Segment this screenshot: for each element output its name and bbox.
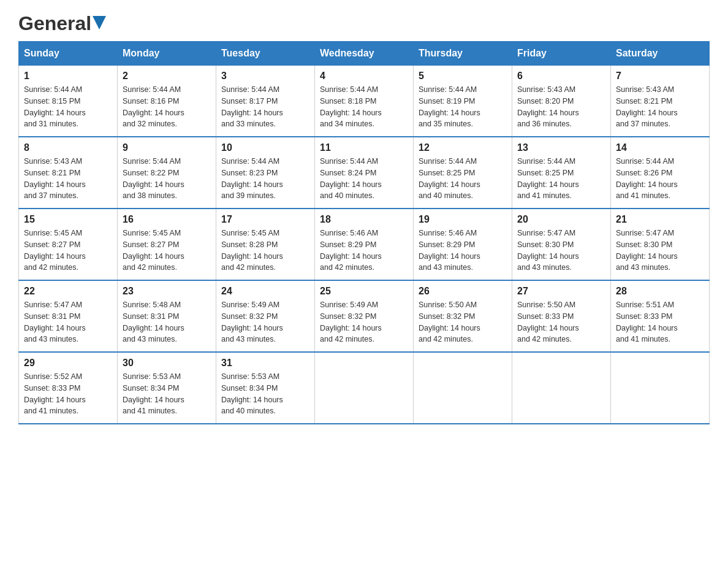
day-info: Sunrise: 5:52 AM Sunset: 8:33 PM Dayligh… (24, 371, 112, 417)
day-info: Sunrise: 5:44 AM Sunset: 8:19 PM Dayligh… (419, 84, 507, 130)
calendar-header-row: SundayMondayTuesdayWednesdayThursdayFrid… (19, 42, 710, 66)
day-number: 1 (24, 71, 112, 82)
calendar-week-row: 8 Sunrise: 5:43 AM Sunset: 8:21 PM Dayli… (19, 137, 710, 209)
day-number: 29 (24, 358, 112, 369)
day-info: Sunrise: 5:47 AM Sunset: 8:31 PM Dayligh… (24, 299, 112, 345)
calendar-cell: 14 Sunrise: 5:44 AM Sunset: 8:26 PM Dayl… (611, 137, 710, 209)
calendar-cell (414, 352, 512, 424)
day-info: Sunrise: 5:50 AM Sunset: 8:32 PM Dayligh… (419, 299, 507, 345)
calendar-table: SundayMondayTuesdayWednesdayThursdayFrid… (18, 41, 710, 424)
calendar-col-wednesday: Wednesday (315, 42, 414, 66)
day-number: 8 (24, 142, 112, 153)
calendar-cell: 29 Sunrise: 5:52 AM Sunset: 8:33 PM Dayl… (19, 352, 118, 424)
calendar-cell: 24 Sunrise: 5:49 AM Sunset: 8:32 PM Dayl… (216, 280, 315, 352)
day-info: Sunrise: 5:44 AM Sunset: 8:22 PM Dayligh… (123, 156, 211, 202)
logo: General (18, 12, 106, 35)
day-number: 26 (419, 286, 507, 297)
day-info: Sunrise: 5:44 AM Sunset: 8:24 PM Dayligh… (320, 156, 408, 202)
day-info: Sunrise: 5:43 AM Sunset: 8:20 PM Dayligh… (517, 84, 605, 130)
calendar-cell: 17 Sunrise: 5:45 AM Sunset: 8:28 PM Dayl… (216, 209, 315, 280)
calendar-cell: 25 Sunrise: 5:49 AM Sunset: 8:32 PM Dayl… (315, 280, 414, 352)
day-number: 9 (123, 142, 211, 153)
day-info: Sunrise: 5:45 AM Sunset: 8:27 PM Dayligh… (24, 228, 112, 274)
day-info: Sunrise: 5:45 AM Sunset: 8:27 PM Dayligh… (123, 228, 211, 274)
svg-marker-0 (93, 16, 106, 29)
day-info: Sunrise: 5:50 AM Sunset: 8:33 PM Dayligh… (517, 299, 605, 345)
day-number: 30 (123, 358, 211, 369)
day-number: 4 (320, 71, 408, 82)
day-info: Sunrise: 5:44 AM Sunset: 8:18 PM Dayligh… (320, 84, 408, 130)
day-info: Sunrise: 5:53 AM Sunset: 8:34 PM Dayligh… (221, 371, 309, 417)
day-number: 11 (320, 142, 408, 153)
calendar-cell: 9 Sunrise: 5:44 AM Sunset: 8:22 PM Dayli… (118, 137, 216, 209)
day-info: Sunrise: 5:53 AM Sunset: 8:34 PM Dayligh… (123, 371, 211, 417)
calendar-cell (315, 352, 414, 424)
calendar-cell: 16 Sunrise: 5:45 AM Sunset: 8:27 PM Dayl… (118, 209, 216, 280)
day-info: Sunrise: 5:44 AM Sunset: 8:25 PM Dayligh… (517, 156, 605, 202)
day-number: 23 (123, 286, 211, 297)
calendar-cell: 6 Sunrise: 5:43 AM Sunset: 8:20 PM Dayli… (512, 66, 611, 137)
calendar-cell: 2 Sunrise: 5:44 AM Sunset: 8:16 PM Dayli… (118, 66, 216, 137)
logo-text-general: General (18, 12, 91, 35)
day-number: 24 (221, 286, 309, 297)
day-info: Sunrise: 5:47 AM Sunset: 8:30 PM Dayligh… (616, 228, 704, 274)
calendar-cell: 12 Sunrise: 5:44 AM Sunset: 8:25 PM Dayl… (414, 137, 512, 209)
calendar-cell: 11 Sunrise: 5:44 AM Sunset: 8:24 PM Dayl… (315, 137, 414, 209)
calendar-cell: 13 Sunrise: 5:44 AM Sunset: 8:25 PM Dayl… (512, 137, 611, 209)
calendar-cell: 8 Sunrise: 5:43 AM Sunset: 8:21 PM Dayli… (19, 137, 118, 209)
day-number: 12 (419, 142, 507, 153)
day-number: 21 (616, 214, 704, 225)
day-number: 27 (517, 286, 605, 297)
calendar-cell: 20 Sunrise: 5:47 AM Sunset: 8:30 PM Dayl… (512, 209, 611, 280)
day-info: Sunrise: 5:44 AM Sunset: 8:26 PM Dayligh… (616, 156, 704, 202)
day-info: Sunrise: 5:47 AM Sunset: 8:30 PM Dayligh… (517, 228, 605, 274)
day-info: Sunrise: 5:44 AM Sunset: 8:15 PM Dayligh… (24, 84, 112, 130)
logo-arrow-icon (93, 16, 106, 29)
day-number: 13 (517, 142, 605, 153)
day-info: Sunrise: 5:44 AM Sunset: 8:23 PM Dayligh… (221, 156, 309, 202)
calendar-cell (611, 352, 710, 424)
calendar-cell: 19 Sunrise: 5:46 AM Sunset: 8:29 PM Dayl… (414, 209, 512, 280)
day-number: 3 (221, 71, 309, 82)
calendar-cell: 31 Sunrise: 5:53 AM Sunset: 8:34 PM Dayl… (216, 352, 315, 424)
calendar-col-friday: Friday (512, 42, 611, 66)
day-number: 18 (320, 214, 408, 225)
day-info: Sunrise: 5:49 AM Sunset: 8:32 PM Dayligh… (221, 299, 309, 345)
day-info: Sunrise: 5:49 AM Sunset: 8:32 PM Dayligh… (320, 299, 408, 345)
day-number: 7 (616, 71, 704, 82)
day-number: 16 (123, 214, 211, 225)
calendar-cell: 3 Sunrise: 5:44 AM Sunset: 8:17 PM Dayli… (216, 66, 315, 137)
calendar-cell: 28 Sunrise: 5:51 AM Sunset: 8:33 PM Dayl… (611, 280, 710, 352)
day-number: 6 (517, 71, 605, 82)
day-number: 20 (517, 214, 605, 225)
day-number: 15 (24, 214, 112, 225)
calendar-col-tuesday: Tuesday (216, 42, 315, 66)
day-number: 22 (24, 286, 112, 297)
day-info: Sunrise: 5:44 AM Sunset: 8:17 PM Dayligh… (221, 84, 309, 130)
calendar-cell: 15 Sunrise: 5:45 AM Sunset: 8:27 PM Dayl… (19, 209, 118, 280)
calendar-cell: 22 Sunrise: 5:47 AM Sunset: 8:31 PM Dayl… (19, 280, 118, 352)
day-info: Sunrise: 5:43 AM Sunset: 8:21 PM Dayligh… (616, 84, 704, 130)
day-info: Sunrise: 5:46 AM Sunset: 8:29 PM Dayligh… (320, 228, 408, 274)
day-number: 28 (616, 286, 704, 297)
day-number: 25 (320, 286, 408, 297)
calendar-cell: 21 Sunrise: 5:47 AM Sunset: 8:30 PM Dayl… (611, 209, 710, 280)
day-number: 31 (221, 358, 309, 369)
day-info: Sunrise: 5:44 AM Sunset: 8:16 PM Dayligh… (123, 84, 211, 130)
calendar-cell: 5 Sunrise: 5:44 AM Sunset: 8:19 PM Dayli… (414, 66, 512, 137)
calendar-col-monday: Monday (118, 42, 216, 66)
calendar-cell (512, 352, 611, 424)
day-number: 17 (221, 214, 309, 225)
calendar-col-thursday: Thursday (414, 42, 512, 66)
day-number: 5 (419, 71, 507, 82)
day-info: Sunrise: 5:45 AM Sunset: 8:28 PM Dayligh… (221, 228, 309, 274)
calendar-week-row: 29 Sunrise: 5:52 AM Sunset: 8:33 PM Dayl… (19, 352, 710, 424)
calendar-week-row: 15 Sunrise: 5:45 AM Sunset: 8:27 PM Dayl… (19, 209, 710, 280)
calendar-col-sunday: Sunday (19, 42, 118, 66)
calendar-cell: 26 Sunrise: 5:50 AM Sunset: 8:32 PM Dayl… (414, 280, 512, 352)
day-info: Sunrise: 5:44 AM Sunset: 8:25 PM Dayligh… (419, 156, 507, 202)
calendar-cell: 4 Sunrise: 5:44 AM Sunset: 8:18 PM Dayli… (315, 66, 414, 137)
calendar-week-row: 22 Sunrise: 5:47 AM Sunset: 8:31 PM Dayl… (19, 280, 710, 352)
calendar-cell: 18 Sunrise: 5:46 AM Sunset: 8:29 PM Dayl… (315, 209, 414, 280)
calendar-cell: 30 Sunrise: 5:53 AM Sunset: 8:34 PM Dayl… (118, 352, 216, 424)
